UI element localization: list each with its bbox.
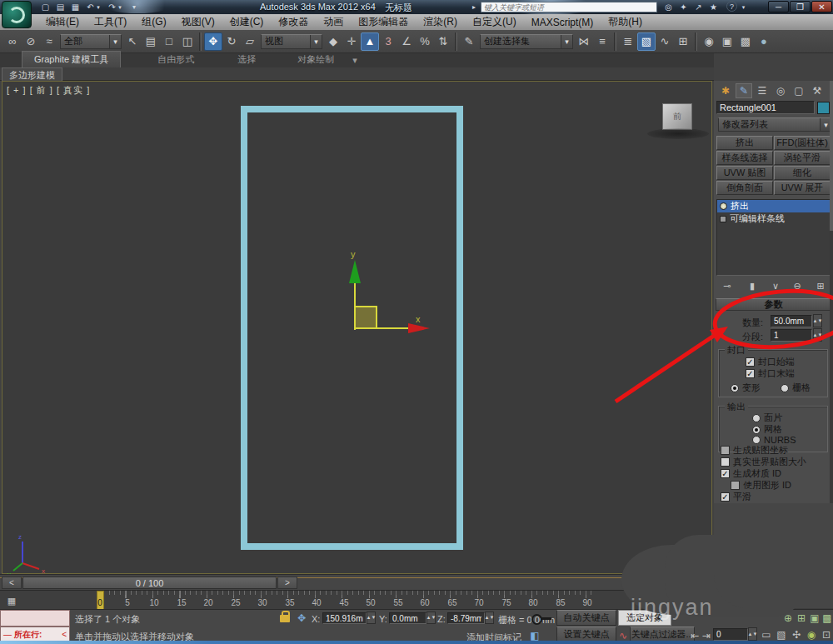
named-selection-set-dropdown[interactable]: 创建选择集 ▾ — [480, 34, 573, 49]
modifier-button-tessellate[interactable]: 细化 — [774, 166, 831, 180]
move-gizmo[interactable]: y x — [332, 247, 440, 342]
unlink-selection-icon[interactable]: ⊘ — [22, 32, 40, 51]
maximize-button[interactable]: ❐ — [790, 1, 811, 12]
save-file-icon[interactable]: ▦ — [68, 1, 82, 13]
bind-to-space-warp-icon[interactable]: ≈ — [40, 32, 58, 51]
menu-maxscript[interactable]: MAXScript(M) — [524, 17, 601, 28]
field-of-view-icon[interactable]: ▧ — [775, 628, 788, 642]
zoom-all-icon[interactable]: ⊞ — [795, 612, 808, 625]
patch-radio[interactable] — [752, 414, 761, 422]
modifier-list-dropdown[interactable]: 修改器列表 ▾ — [718, 117, 832, 132]
viewcube[interactable]: 前 — [662, 103, 692, 130]
open-file-icon[interactable]: ▤ — [53, 1, 67, 13]
time-next-button[interactable]: > — [277, 577, 297, 589]
select-by-name-icon[interactable]: ▤ — [142, 32, 160, 51]
modifier-button-ffd-cylinder[interactable]: FFD(圆柱体) — [774, 136, 831, 150]
select-and-move-icon[interactable]: ✥ — [204, 32, 222, 51]
qat-customize-icon[interactable]: ▾ — [129, 1, 139, 13]
time-prev-button[interactable]: < — [2, 577, 22, 589]
morph-radio-row[interactable]: 变形 — [731, 382, 761, 394]
current-frame-field[interactable] — [713, 628, 748, 641]
maxscript-mini-listener[interactable] — [0, 610, 70, 627]
material-editor-icon[interactable]: ◉ — [700, 32, 718, 51]
cap-start-row[interactable]: 封口始端 — [746, 356, 795, 368]
gen-material-id-checkbox[interactable] — [721, 469, 730, 478]
use-pivot-center-icon[interactable]: ◆ — [324, 32, 342, 51]
object-name-field[interactable] — [716, 101, 815, 114]
select-and-manipulate-icon[interactable]: ✛ — [342, 32, 361, 51]
zoom-extents-icon[interactable]: ▣ — [808, 612, 821, 625]
set-key-key-icon[interactable] — [531, 613, 553, 623]
modifier-button-unwrap-uvw[interactable]: UVW 展开 — [774, 181, 831, 195]
mini-curve-editor-icon[interactable]: ▦ — [2, 593, 21, 608]
motion-tab-icon[interactable]: ◎ — [772, 83, 789, 98]
stack-item-extrude[interactable]: 挤出 — [717, 200, 830, 212]
realworld-map-checkbox[interactable] — [721, 457, 730, 467]
schematic-view-icon[interactable]: ⊞ — [674, 32, 692, 51]
modifier-button-turbosmooth[interactable]: 涡轮平滑 — [774, 151, 831, 165]
align-icon[interactable]: ≡ — [593, 32, 611, 51]
tab-selection[interactable]: 选择 — [226, 52, 267, 67]
amount-spinner[interactable]: ▲▼ — [813, 314, 822, 327]
smooth-checkbox[interactable] — [721, 492, 730, 502]
menu-rendering[interactable]: 渲染(R) — [416, 15, 465, 29]
render-production-icon[interactable]: ● — [755, 32, 773, 51]
menu-customize[interactable]: 自定义(U) — [465, 15, 524, 29]
nurbs-radio[interactable] — [752, 436, 761, 444]
orbit-icon[interactable]: ◉ — [805, 628, 818, 642]
maximize-viewport-icon[interactable]: ⊡ — [820, 628, 833, 642]
viewport-label[interactable]: [ + ] [ 前 ] [ 真实 ] — [7, 84, 90, 97]
communication-center-icon[interactable]: ↗ — [691, 1, 706, 13]
gizmo-y-arrowhead[interactable] — [349, 260, 361, 283]
cap-end-checkbox[interactable] — [746, 369, 755, 378]
selection-lock-icon[interactable] — [280, 615, 290, 622]
undo-dropdown-icon[interactable]: ▾ — [94, 1, 102, 13]
cap-end-row[interactable]: 封口末端 — [746, 367, 795, 380]
percent-snap-icon[interactable]: % — [416, 32, 434, 51]
create-tab-icon[interactable]: ✱ — [717, 83, 734, 98]
snaps-toggle-3d-icon[interactable]: 3 — [379, 32, 397, 51]
menu-edit[interactable]: 编辑(E) — [38, 15, 87, 29]
curve-editor-icon[interactable]: ∿ — [656, 32, 674, 51]
select-and-rotate-icon[interactable]: ↻ — [222, 32, 241, 51]
gen-mapping-row[interactable]: 生成贴图坐标 — [721, 444, 788, 457]
render-setup-icon[interactable]: ▣ — [718, 32, 736, 51]
mirror-icon[interactable]: ⋈ — [575, 32, 593, 51]
graphite-ribbon-toggle-icon[interactable]: ▧ — [637, 32, 656, 51]
parameters-rollout-header[interactable]: 参数 — [716, 298, 831, 311]
search-input[interactable] — [481, 2, 657, 12]
menu-views[interactable]: 视图(V) — [174, 15, 222, 29]
mesh-radio[interactable] — [752, 426, 761, 434]
modifier-button-extrude[interactable]: 挤出 — [716, 136, 773, 150]
spinner-snap-icon[interactable]: ⇅ — [434, 32, 452, 51]
modify-tab-icon[interactable]: ✎ — [736, 83, 752, 98]
menu-tools[interactable]: 工具(T) — [87, 15, 134, 29]
patch-radio-row[interactable]: 面片 — [752, 412, 782, 424]
modifier-button-spline-select[interactable]: 样条线选择 — [716, 151, 773, 165]
line-arrow-icon[interactable]: < — [62, 630, 67, 639]
x-coord-spinner[interactable]: ▲▼ — [367, 612, 376, 624]
auto-key-button[interactable]: 自动关键点 — [556, 610, 616, 626]
configure-modifier-sets-icon[interactable]: ⊞ — [812, 279, 829, 292]
favorites-star-icon[interactable]: ★ — [706, 1, 721, 13]
frame-spinner[interactable]: ▲▼ — [748, 627, 757, 641]
menu-modifiers[interactable]: 修改器 — [271, 15, 316, 29]
amount-field[interactable] — [771, 315, 812, 327]
search-expand-icon[interactable]: ▸ — [470, 1, 478, 13]
segments-field[interactable] — [771, 329, 812, 342]
time-slider-handle[interactable]: 0 / 100 — [22, 577, 277, 589]
pan-hand-icon[interactable]: ✣ — [790, 628, 803, 642]
use-shape-id-checkbox[interactable] — [731, 481, 740, 490]
subscription-key-icon[interactable]: ✦ — [676, 1, 691, 13]
gizmo-xy-plane-handle[interactable] — [355, 307, 377, 328]
realworld-map-row[interactable]: 真实世界贴图大小 — [721, 456, 806, 468]
help-icon[interactable]: ? — [726, 1, 737, 12]
tab-freeform[interactable]: 自由形式 — [146, 52, 206, 67]
subtab-polygon-modeling[interactable]: 多边形建模 — [2, 67, 62, 81]
remove-modifier-icon[interactable]: ⊖ — [789, 279, 806, 292]
close-button[interactable]: ✕ — [811, 1, 832, 12]
cap-start-checkbox[interactable] — [746, 357, 755, 367]
make-unique-icon[interactable]: ∨ — [767, 279, 784, 292]
menu-animation[interactable]: 动画 — [316, 15, 351, 29]
stack-item-editable-spline[interactable]: 可编辑样条线 — [717, 212, 830, 225]
